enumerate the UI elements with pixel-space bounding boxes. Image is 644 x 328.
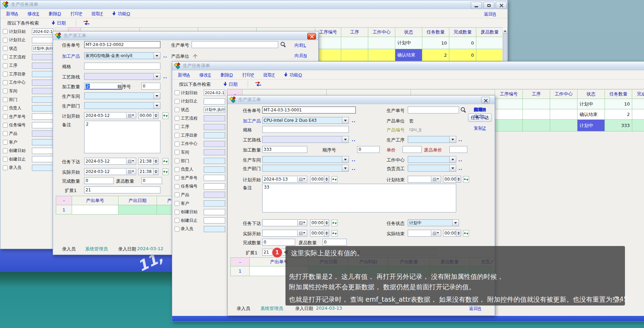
filter-checkbox[interactable] xyxy=(3,38,8,43)
time-spinner[interactable] xyxy=(324,220,329,226)
filter-checkbox[interactable] xyxy=(3,55,8,60)
dropdown-button[interactable] xyxy=(449,136,456,143)
route-combo[interactable] xyxy=(84,73,160,80)
plan-end-time[interactable]: 00:00 xyxy=(443,176,461,183)
filter-checkbox[interactable] xyxy=(3,29,8,34)
filter-field[interactable] xyxy=(204,200,225,207)
spec-input[interactable] xyxy=(84,63,160,70)
filter-checkbox[interactable] xyxy=(175,90,179,95)
swap-layout-icon[interactable] xyxy=(83,20,90,25)
filter-checkbox[interactable] xyxy=(175,133,179,138)
date-filter-link[interactable]: 日期 xyxy=(52,20,66,26)
route-combo[interactable] xyxy=(262,136,349,143)
filter-field[interactable] xyxy=(32,113,53,120)
filter-checkbox[interactable] xyxy=(175,125,179,129)
filter-checkbox[interactable] xyxy=(175,150,179,155)
plan-start-date[interactable]: 2024-03-12 xyxy=(84,112,136,119)
dropdown-button[interactable] xyxy=(153,73,160,80)
dropdown-button[interactable] xyxy=(452,220,459,226)
filter-checkbox[interactable] xyxy=(175,158,179,163)
filter-field[interactable] xyxy=(204,115,225,121)
prod-no-input[interactable] xyxy=(408,107,459,113)
filter-field[interactable] xyxy=(32,63,53,69)
actual-end-date[interactable] xyxy=(408,230,441,237)
next-link[interactable]: 向后N xyxy=(294,53,307,59)
issued-date[interactable] xyxy=(262,219,307,226)
filter-checkbox[interactable] xyxy=(3,46,8,51)
dropdown-button[interactable] xyxy=(342,136,349,143)
dropdown-button[interactable] xyxy=(449,165,456,171)
task-no-input[interactable]: MT-24-03-12-0002 xyxy=(84,41,160,48)
grid-header-op[interactable]: 工序 xyxy=(523,89,550,99)
menu-item[interactable]: 打印P xyxy=(70,11,82,17)
filter-checkbox[interactable] xyxy=(3,140,8,145)
filter-checkbox[interactable] xyxy=(175,192,179,197)
grid-header-workcenter[interactable]: 工作中心 xyxy=(368,27,395,37)
grid-header-status[interactable]: 状态 xyxy=(577,89,605,99)
calendar-dropdown[interactable] xyxy=(126,113,135,118)
filter-checkbox[interactable] xyxy=(175,201,179,206)
filter-field[interactable]: 计划中,执行中 xyxy=(204,107,225,113)
time-spinner[interactable] xyxy=(153,112,158,119)
filter-field[interactable]: 2024-02-12 xyxy=(204,90,225,96)
workshop-combo[interactable] xyxy=(262,156,349,163)
filter-checkbox[interactable] xyxy=(175,99,179,104)
menu-item[interactable]: 新增A xyxy=(6,11,18,17)
titlebar[interactable]: 生产任务清单 xyxy=(172,62,644,70)
refresh-icon[interactable] xyxy=(162,112,168,119)
grid-header-opno[interactable]: 工序编号 xyxy=(495,89,523,99)
filter-checkbox[interactable] xyxy=(3,80,8,85)
actual-start-date[interactable]: 2024-03-12 xyxy=(84,168,136,175)
prod-no-input[interactable] xyxy=(192,41,278,48)
seq-input[interactable]: 0 xyxy=(141,83,160,90)
filter-checkbox[interactable] xyxy=(3,106,8,111)
out-marker-header[interactable]: - xyxy=(56,196,72,205)
dialog-action[interactable]: 复制Z xyxy=(474,125,486,131)
maximize-button[interactable] xyxy=(483,2,494,9)
out-marker-header[interactable]: - xyxy=(230,257,250,266)
task-status-combo[interactable]: 计划中 xyxy=(408,219,459,226)
filter-field[interactable]: 2024-02-12 xyxy=(32,28,53,35)
scrap-qty-input[interactable]: 0 xyxy=(323,239,347,246)
filter-checkbox[interactable] xyxy=(175,107,179,112)
calendar-dropdown[interactable] xyxy=(431,176,440,182)
close-button[interactable] xyxy=(496,2,507,9)
filter-search-label[interactable]: 按以下条件检索 xyxy=(179,81,211,88)
lookup-dots[interactable]: .. xyxy=(458,137,462,142)
lookup-dots[interactable]: .. xyxy=(163,74,167,79)
prod-proc-combo[interactable] xyxy=(408,136,456,143)
filter-field[interactable] xyxy=(204,166,225,173)
filter-checkbox[interactable] xyxy=(175,167,179,172)
filter-field[interactable] xyxy=(204,141,225,147)
refresh-icon[interactable] xyxy=(162,158,168,165)
filter-checkbox[interactable] xyxy=(3,123,8,128)
issued-time[interactable]: 00:00 xyxy=(310,219,329,226)
dialog-titlebar[interactable]: 生产派工单 xyxy=(53,31,318,40)
workshop-combo[interactable] xyxy=(84,92,160,99)
filter-field[interactable] xyxy=(32,37,53,43)
calendar-dropdown[interactable] xyxy=(297,220,307,226)
filter-search-label[interactable]: 按以下条件检索 xyxy=(7,20,39,26)
ext1-input[interactable]: 21 xyxy=(84,186,160,193)
dropdown-button[interactable] xyxy=(153,53,160,59)
time-spinner[interactable] xyxy=(456,230,461,236)
return-link[interactable]: 返回R xyxy=(484,11,496,17)
filter-field[interactable] xyxy=(204,149,225,155)
dialog-titlebar[interactable]: 生产派工单 xyxy=(228,95,495,104)
work-center-combo[interactable] xyxy=(408,156,456,163)
refresh-icon[interactable] xyxy=(332,230,337,237)
remark-textarea[interactable]: 33 xyxy=(262,184,456,212)
grid-header-taskqty[interactable]: 任务数量 xyxy=(422,27,449,37)
actual-start-time[interactable]: 21:38 xyxy=(138,168,158,175)
scrap-qty-input[interactable]: 0 xyxy=(141,177,162,184)
filter-field[interactable] xyxy=(32,54,53,60)
lookup-dots[interactable]: .. xyxy=(352,157,356,162)
lookup-dots[interactable]: .. xyxy=(458,157,462,162)
filter-checkbox[interactable] xyxy=(3,131,8,136)
filter-field[interactable]: 计划中,执行中 xyxy=(32,45,53,52)
issued-time[interactable]: 21:38 xyxy=(138,158,158,165)
dialog-action[interactable]: 审定L xyxy=(474,113,485,120)
calendar-dropdown[interactable] xyxy=(431,230,440,236)
menu-item[interactable]: 功能O xyxy=(112,11,130,17)
filter-checkbox[interactable] xyxy=(3,89,8,93)
